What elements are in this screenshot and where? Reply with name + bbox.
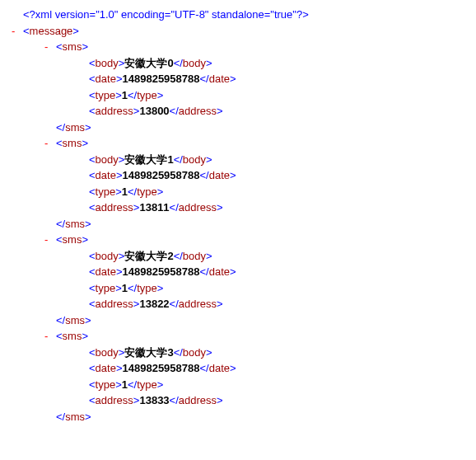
bracket: < bbox=[89, 378, 96, 391]
bracket: > bbox=[85, 411, 91, 423]
type-tag: type bbox=[137, 378, 157, 391]
address-tag: address bbox=[96, 201, 133, 214]
bracket: < bbox=[89, 153, 96, 166]
bracket: > bbox=[230, 362, 236, 374]
bracket: < bbox=[89, 394, 96, 406]
bracket: > bbox=[217, 201, 223, 214]
address-tag: address bbox=[96, 105, 133, 117]
bracket: > bbox=[206, 57, 212, 69]
collapse-toggle[interactable]: - bbox=[12, 23, 15, 40]
sms-open-row: -<sms> bbox=[23, 39, 476, 55]
bracket: </ bbox=[200, 362, 209, 374]
xml-element-row: <address>13811</address> bbox=[23, 199, 476, 216]
xml-element-row: <address>13800</address> bbox=[23, 103, 476, 120]
bracket: </ bbox=[56, 218, 65, 230]
bracket: < bbox=[89, 73, 96, 85]
xml-element-row: <date>1489825958788</date> bbox=[23, 264, 476, 280]
bracket: </ bbox=[170, 201, 179, 214]
bracket: < bbox=[56, 330, 63, 342]
address-tag: address bbox=[179, 201, 217, 214]
xml-element-row: <type>1</type> bbox=[23, 184, 476, 200]
bracket: < bbox=[56, 40, 63, 53]
bracket: </ bbox=[170, 105, 179, 117]
bracket: </ bbox=[200, 73, 209, 85]
bracket: </ bbox=[170, 394, 179, 406]
bracket: > bbox=[116, 362, 123, 374]
type-tag: type bbox=[137, 89, 157, 101]
bracket: > bbox=[217, 105, 223, 117]
xml-declaration: <?xml version="1.0" encoding="UTF-8" sta… bbox=[23, 7, 476, 23]
bracket: </ bbox=[200, 265, 209, 278]
bracket: > bbox=[230, 169, 236, 181]
xml-element-row: <body>安徽大学1</body> bbox=[23, 152, 476, 168]
date-tag: date bbox=[96, 362, 116, 374]
sms-tag: sms bbox=[63, 330, 82, 342]
collapse-toggle[interactable]: - bbox=[44, 328, 48, 345]
collapse-toggle[interactable]: - bbox=[44, 135, 48, 152]
bracket: </ bbox=[128, 185, 137, 198]
bracket: > bbox=[82, 137, 88, 149]
xml-element-row: <body>安徽大学2</body> bbox=[23, 248, 476, 265]
xml-element-row: <date>1489825958788</date> bbox=[23, 360, 476, 377]
bracket: < bbox=[89, 298, 96, 310]
bracket: > bbox=[206, 346, 212, 359]
bracket: </ bbox=[170, 298, 179, 310]
type-tag: type bbox=[137, 185, 157, 198]
date-tag: date bbox=[209, 362, 230, 374]
date-tag: date bbox=[209, 169, 230, 181]
type-tag: type bbox=[96, 378, 116, 391]
collapse-toggle[interactable]: - bbox=[44, 39, 48, 55]
bracket: < bbox=[89, 169, 96, 181]
bracket: </ bbox=[128, 89, 137, 101]
address-value: 13822 bbox=[139, 298, 169, 310]
bracket: > bbox=[157, 378, 164, 391]
date-tag: date bbox=[209, 265, 230, 278]
xml-element-row: <type>1</type> bbox=[23, 280, 476, 297]
bracket: < bbox=[56, 137, 63, 149]
date-value: 1489825958788 bbox=[123, 73, 200, 85]
bracket: < bbox=[89, 89, 96, 101]
sms-tag: sms bbox=[63, 137, 82, 149]
address-tag: address bbox=[96, 394, 133, 406]
sms-open-row: -<sms> bbox=[23, 328, 476, 345]
sms-open-row: -<sms> bbox=[23, 135, 476, 152]
date-value: 1489825958788 bbox=[123, 362, 200, 374]
bracket: </ bbox=[174, 346, 183, 359]
type-value: 1 bbox=[122, 378, 128, 391]
body-tag: body bbox=[96, 57, 119, 69]
bracket: > bbox=[115, 89, 122, 101]
bracket: > bbox=[157, 89, 164, 101]
address-value: 13833 bbox=[139, 394, 169, 406]
address-tag: address bbox=[179, 298, 217, 310]
bracket: > bbox=[85, 121, 91, 134]
body-tag: body bbox=[96, 346, 119, 359]
bracket: > bbox=[206, 250, 212, 262]
bracket: < bbox=[89, 185, 96, 198]
bracket: </ bbox=[56, 121, 65, 134]
body-value: 安徽大学0 bbox=[124, 57, 173, 69]
collapse-toggle[interactable]: - bbox=[44, 232, 48, 248]
bracket: > bbox=[85, 314, 91, 326]
body-value: 安徽大学3 bbox=[124, 346, 173, 359]
bracket: > bbox=[115, 378, 122, 391]
body-tag: body bbox=[96, 153, 119, 166]
type-tag: type bbox=[96, 89, 116, 101]
bracket: </ bbox=[174, 250, 183, 262]
bracket: > bbox=[115, 185, 122, 198]
bracket: > bbox=[82, 330, 88, 342]
bracket: </ bbox=[56, 411, 65, 423]
bracket: < bbox=[89, 57, 96, 69]
message-tag: message bbox=[30, 25, 73, 37]
bracket: > bbox=[230, 73, 236, 85]
bracket: > bbox=[116, 73, 123, 85]
sms-close-row: </sms> bbox=[23, 216, 476, 232]
bracket: < bbox=[89, 362, 96, 374]
date-tag: date bbox=[96, 169, 116, 181]
address-tag: address bbox=[179, 105, 217, 117]
bracket: < bbox=[89, 265, 96, 278]
date-tag: date bbox=[96, 265, 116, 278]
address-value: 13811 bbox=[139, 201, 169, 214]
sms-tag: sms bbox=[65, 121, 85, 134]
body-tag: body bbox=[183, 250, 206, 262]
bracket: > bbox=[82, 40, 88, 53]
